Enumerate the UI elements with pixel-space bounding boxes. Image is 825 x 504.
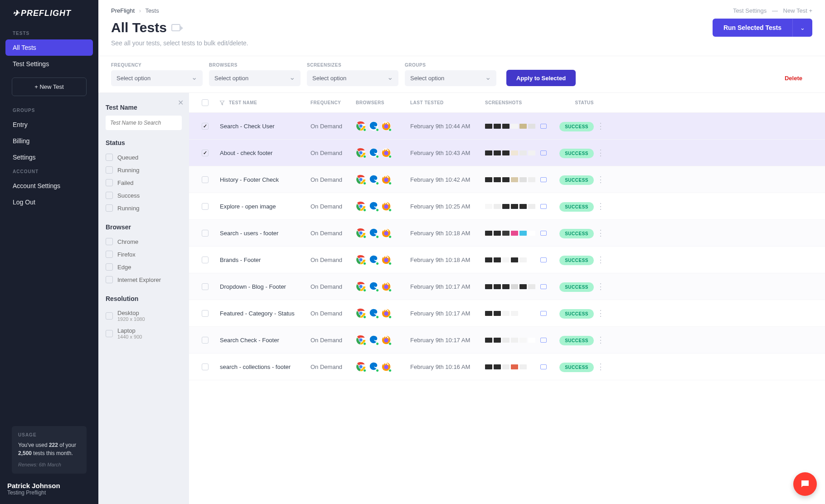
screenshot-thumb[interactable] [528, 364, 535, 369]
link-test-settings[interactable]: Test Settings [733, 7, 767, 14]
row-actions-menu[interactable]: ⋮ [594, 148, 607, 158]
nav-billing[interactable]: Billing [5, 133, 93, 149]
row-actions-menu[interactable]: ⋮ [594, 281, 607, 291]
row-actions-menu[interactable]: ⋮ [594, 174, 607, 184]
chevron-down-icon[interactable]: ⌄ [792, 19, 812, 37]
filter-icon[interactable] [220, 101, 224, 105]
row-test-name[interactable]: Featured - Category - Status [220, 310, 311, 317]
screenshot-thumb[interactable] [494, 150, 501, 155]
nav-account-settings[interactable]: Account Settings [5, 178, 93, 194]
screenshot-thumb[interactable] [511, 257, 518, 262]
screenshot-thumb[interactable] [485, 231, 492, 236]
filter-test-name-input[interactable] [106, 116, 182, 130]
filter-status-running[interactable]: Running [106, 164, 182, 176]
monitor-icon[interactable] [540, 150, 547, 155]
screenshot-thumb[interactable] [528, 311, 535, 316]
row-checkbox[interactable] [202, 150, 209, 156]
row-checkbox[interactable] [202, 203, 209, 210]
nav-all-tests[interactable]: All Tests [5, 39, 93, 56]
monitor-icon[interactable] [540, 257, 547, 262]
screenshot-thumb[interactable] [485, 124, 492, 129]
screenshot-thumb[interactable] [485, 204, 492, 209]
screenshot-thumb[interactable] [494, 177, 501, 182]
screenshot-thumb[interactable] [494, 364, 501, 369]
screenshot-thumb[interactable] [485, 177, 492, 182]
table-row[interactable]: Search - users - footer On Demand Februa… [189, 220, 825, 247]
row-actions-menu[interactable]: ⋮ [594, 255, 607, 265]
monitor-icon[interactable] [540, 124, 547, 129]
row-test-name[interactable]: Search - users - footer [220, 230, 311, 237]
filter-browser-firefox[interactable]: Firefox [106, 248, 182, 261]
row-actions-menu[interactable]: ⋮ [594, 121, 607, 131]
screenshot-thumb[interactable] [511, 204, 518, 209]
row-checkbox[interactable] [202, 310, 209, 317]
row-checkbox[interactable] [202, 230, 209, 237]
screenshot-thumb[interactable] [519, 364, 527, 369]
breadcrumb-root[interactable]: PreFlight [111, 7, 135, 14]
filter-browser-chrome[interactable]: Chrome [106, 235, 182, 248]
screenshot-thumb[interactable] [485, 284, 492, 289]
row-test-name[interactable]: History - Footer Check [220, 176, 311, 183]
row-test-name[interactable]: search - collections - footer [220, 363, 311, 370]
new-test-button[interactable]: + New Test [12, 78, 87, 96]
screenshot-thumb[interactable] [519, 311, 527, 316]
filter-browser-edge[interactable]: Edge [106, 261, 182, 273]
nav-log-out[interactable]: Log Out [5, 194, 93, 210]
delete-button[interactable]: Delete [775, 70, 812, 86]
bulk-screensizes-select[interactable]: Select option [307, 70, 398, 86]
screenshot-thumb[interactable] [511, 231, 518, 236]
screenshot-thumb[interactable] [494, 124, 501, 129]
screenshot-thumb[interactable] [485, 364, 492, 369]
filter-status-queued[interactable]: Queued [106, 151, 182, 164]
row-test-name[interactable]: Dropdown - Blog - Footer [220, 283, 311, 290]
link-new-test[interactable]: New Test + [783, 7, 812, 14]
screenshot-thumb[interactable] [494, 257, 501, 262]
screenshot-thumb[interactable] [519, 257, 527, 262]
apply-to-selected-button[interactable]: Apply to Selected [506, 70, 576, 86]
row-actions-menu[interactable]: ⋮ [594, 362, 607, 372]
screenshot-thumb[interactable] [502, 338, 510, 343]
screenshot-thumb[interactable] [519, 338, 527, 343]
table-row[interactable]: Search - Check User On Demand February 9… [189, 113, 825, 140]
screenshot-thumb[interactable] [502, 257, 510, 262]
row-actions-menu[interactable]: ⋮ [594, 308, 607, 318]
table-row[interactable]: Featured - Category - Status On Demand F… [189, 300, 825, 327]
screenshot-thumb[interactable] [511, 284, 518, 289]
table-row[interactable]: Brands - Footer On Demand February 9th 1… [189, 247, 825, 273]
screenshot-thumb[interactable] [502, 231, 510, 236]
screenshot-thumb[interactable] [485, 311, 492, 316]
monitor-icon[interactable] [540, 177, 547, 182]
screenshot-thumb[interactable] [511, 177, 518, 182]
screenshot-thumb[interactable] [494, 204, 501, 209]
table-row[interactable]: Search Check - Footer On Demand February… [189, 327, 825, 354]
screenshot-thumb[interactable] [528, 231, 535, 236]
row-checkbox[interactable] [202, 283, 209, 290]
screenshot-thumb[interactable] [494, 284, 501, 289]
monitor-icon[interactable] [540, 204, 547, 209]
screenshot-thumb[interactable] [502, 311, 510, 316]
screenshot-thumb[interactable] [502, 124, 510, 129]
screenshot-thumb[interactable] [502, 284, 510, 289]
monitor-icon[interactable] [540, 231, 547, 236]
screenshot-thumb[interactable] [528, 284, 535, 289]
screenshot-thumb[interactable] [502, 364, 510, 369]
table-row[interactable]: search - collections - footer On Demand … [189, 354, 825, 380]
row-test-name[interactable]: Brands - Footer [220, 257, 311, 263]
screenshot-thumb[interactable] [511, 124, 518, 129]
screenshot-thumb[interactable] [519, 124, 527, 129]
screenshot-thumb[interactable] [485, 338, 492, 343]
screenshot-thumb[interactable] [494, 338, 501, 343]
screenshot-thumb[interactable] [485, 257, 492, 262]
monitor-icon[interactable] [540, 364, 547, 369]
screenshot-thumb[interactable] [519, 284, 527, 289]
screenshot-thumb[interactable] [528, 257, 535, 262]
row-test-name[interactable]: Explore - open image [220, 203, 311, 210]
table-row[interactable]: Dropdown - Blog - Footer On Demand Febru… [189, 273, 825, 300]
screenshot-thumb[interactable] [485, 150, 492, 155]
row-actions-menu[interactable]: ⋮ [594, 228, 607, 238]
row-checkbox[interactable] [202, 176, 209, 183]
row-checkbox[interactable] [202, 363, 209, 370]
bulk-frequency-select[interactable]: Select option [111, 70, 203, 86]
monitor-icon[interactable] [540, 338, 547, 343]
row-test-name[interactable]: Search - Check User [220, 123, 311, 130]
